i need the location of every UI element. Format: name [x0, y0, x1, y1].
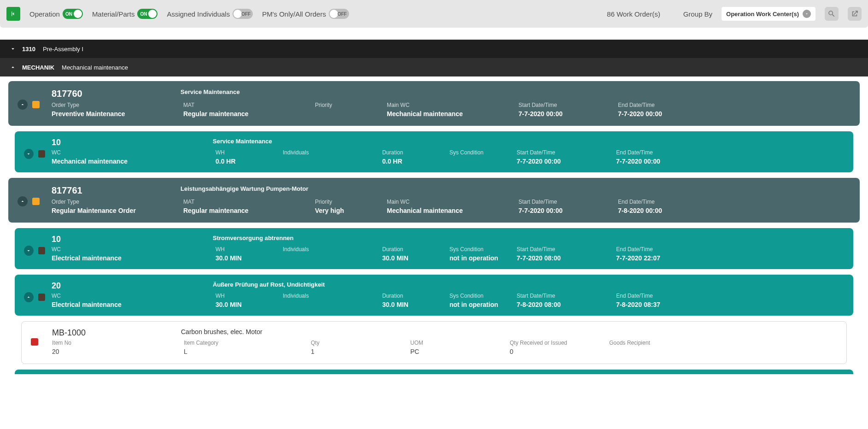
main-wc-value: Mechanical maintenance [387, 207, 516, 214]
assigned-toggle-group: Assigned Individuals OFF [167, 9, 253, 19]
material-toggle[interactable]: ON [137, 9, 157, 19]
start-value: 7-7-2020 08:00 [517, 254, 613, 262]
main-wc-label: Main WC [387, 199, 516, 205]
material-toggle-label: Material/Parts [92, 10, 135, 18]
main-wc-label: Main WC [387, 102, 516, 108]
end-label: End Date/Time [616, 246, 713, 253]
wh-value: 0.0 HR [216, 158, 280, 165]
item-cat-label: Item Category [184, 340, 308, 346]
order-header[interactable]: 817761 Leistungsabhängige Wartung Pumpen… [8, 178, 860, 223]
order-id: 817760 [52, 88, 181, 99]
order-status-indicator [32, 101, 40, 108]
order-header[interactable]: 817760 Service Maintenance Order TypePre… [8, 81, 860, 126]
order-id: 817761 [52, 185, 181, 196]
priority-value: Very high [315, 207, 384, 214]
qty-recv-value: 0 [510, 348, 606, 355]
duration-label: Duration [382, 149, 447, 156]
export-button[interactable] [848, 7, 862, 21]
operation-row[interactable]: 20 Äußere Prüfung auf Rost, Undichtigkei… [15, 275, 853, 316]
wc-label: WC [52, 246, 213, 253]
order-subtitle: Leistungsabhängige Wartung Pumpen-Motor [181, 185, 715, 196]
group-description: Pre-Assembly I [43, 46, 83, 53]
duration-value: 0.0 HR [382, 158, 447, 165]
back-icon [10, 10, 17, 18]
groupby-select[interactable]: Operation Work Center(s) [722, 7, 816, 21]
sys-cond-label: Sys Condition [449, 246, 514, 253]
operation-toggle[interactable]: ON [63, 9, 83, 19]
collapse-button[interactable] [8, 44, 17, 53]
chevron-down-icon [26, 248, 31, 253]
start-label: Start Date/Time [518, 102, 615, 108]
group-description: Mechanical maintenance [62, 64, 128, 71]
content-area: 1310 Pre-Assembly I MECHANIK Mechanical … [0, 28, 868, 383]
order-type-value: Regular Maintenance Order [52, 207, 181, 214]
chevron-up-icon [20, 102, 25, 107]
assigned-toggle[interactable]: OFF [233, 9, 253, 19]
start-value: 7-7-2020 00:00 [517, 158, 613, 165]
operation-number: 10 [52, 235, 213, 244]
order-817760: 817760 Service Maintenance Order TypePre… [8, 81, 860, 172]
wh-value: 30.0 MIN [216, 301, 280, 308]
order-type-label: Order Type [52, 102, 181, 108]
order-status-indicator [32, 198, 40, 205]
wh-value: 30.0 MIN [216, 254, 280, 262]
item-cat-value: L [184, 348, 308, 355]
top-toolbar: Operation ON Material/Parts ON Assigned … [0, 0, 868, 28]
end-label: End Date/Time [618, 199, 715, 205]
order-collapse-button[interactable] [17, 100, 28, 110]
material-status-indicator [31, 338, 38, 346]
priority-label: Priority [315, 199, 384, 205]
chevron-up-icon [20, 199, 25, 204]
mat-label: MAT [183, 199, 312, 205]
back-button[interactable] [6, 7, 20, 21]
group-header-mechanik[interactable]: MECHANIK Mechanical maintenance [0, 58, 868, 76]
operation-row[interactable]: 10 Stromversorgung abtrennen WCElectrica… [15, 228, 853, 269]
uom-value: PC [410, 348, 507, 355]
start-label: Start Date/Time [517, 293, 613, 299]
end-label: End Date/Time [616, 293, 713, 299]
qty-label: Qty [311, 340, 408, 346]
wc-label: WC [52, 149, 213, 156]
operation-expand-button[interactable] [24, 246, 34, 256]
end-label: End Date/Time [616, 149, 713, 156]
goods-recipient-label: Goods Recipient [609, 340, 706, 346]
wc-value: Electrical maintenance [52, 254, 213, 262]
operation-status-indicator [38, 150, 45, 158]
operation-row[interactable]: 10 Service Maintenance WCMechanical main… [15, 131, 853, 172]
duration-label: Duration [382, 293, 447, 299]
mat-value: Regular maintenance [183, 110, 312, 118]
qty-recv-label: Qty Received or Issued [510, 340, 606, 346]
operation-subtitle: Service Maintenance [213, 138, 713, 147]
end-value: 7-8-2020 08:37 [616, 301, 713, 308]
group-header-1310[interactable]: 1310 Pre-Assembly I [0, 40, 868, 58]
expand-button[interactable] [8, 63, 17, 72]
operation-subtitle: Stromversorgung abtrennen [213, 235, 713, 244]
operation-toggle-group: Operation ON [29, 9, 83, 19]
operation-status-indicator [38, 247, 45, 254]
pmonly-toggle-group: PM's Only/All Orders OFF [262, 9, 349, 19]
operation-expand-button[interactable] [24, 149, 34, 159]
search-button[interactable] [825, 7, 839, 21]
individuals-label: Individuals [283, 246, 379, 253]
duration-label: Duration [382, 246, 447, 253]
groupby-label: Group By [683, 10, 712, 18]
start-value: 7-7-2020 00:00 [518, 207, 615, 214]
start-value: 7-8-2020 08:00 [517, 301, 613, 308]
pmonly-toggle[interactable]: OFF [329, 9, 349, 19]
wh-label: WH [216, 293, 280, 299]
item-no-label: Item No [52, 340, 181, 346]
operation-status-indicator [38, 294, 45, 301]
assigned-toggle-label: Assigned Individuals [167, 10, 230, 18]
next-operation-peek [15, 370, 853, 374]
order-collapse-button[interactable] [17, 196, 28, 206]
end-value: 7-7-2020 22:07 [616, 254, 713, 262]
duration-value: 30.0 MIN [382, 301, 447, 308]
work-order-count: 86 Work Order(s) [607, 10, 660, 18]
start-label: Start Date/Time [517, 246, 613, 253]
groupby-value: Operation Work Center(s) [726, 11, 799, 18]
operation-collapse-button[interactable] [24, 292, 34, 302]
mat-label: MAT [183, 102, 312, 108]
search-icon [827, 10, 836, 18]
main-wc-value: Mechanical maintenance [387, 110, 516, 118]
material-card[interactable]: MB-1000 Carbon brushes, elec. Motor Item… [21, 321, 847, 364]
